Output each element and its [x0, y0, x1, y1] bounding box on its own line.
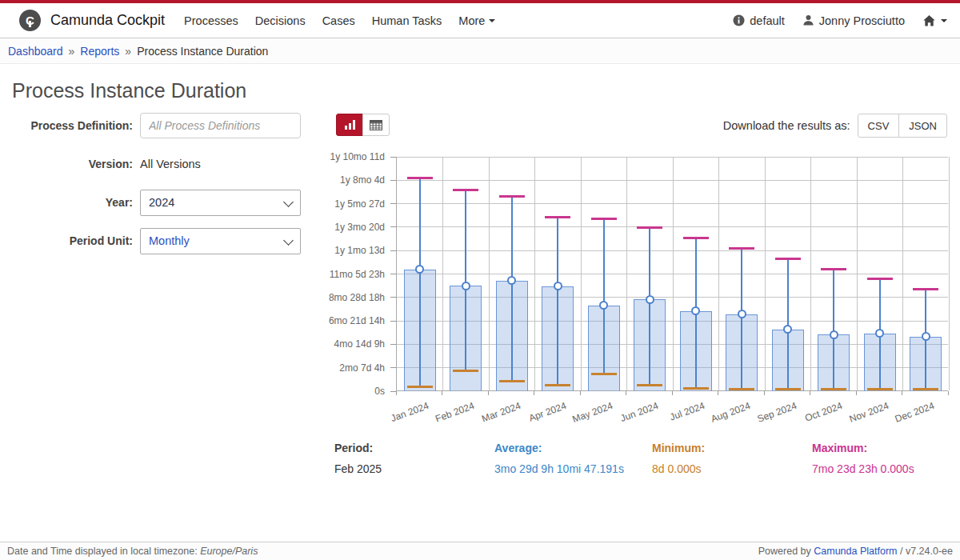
- x-axis-labels: Jan 2024Feb 2024Mar 2024Apr 2024May 2024…: [396, 394, 948, 434]
- period-label: Period:: [334, 442, 490, 454]
- gridline: [442, 157, 443, 390]
- whisker-line: [557, 217, 558, 385]
- download-area: Download the results as: CSV JSON: [723, 114, 947, 138]
- view-toggle-group: [336, 114, 390, 136]
- nav-item-more[interactable]: More: [458, 14, 495, 27]
- average-label: Average:: [494, 442, 650, 454]
- year-label: Year:: [0, 196, 140, 209]
- average-marker: [738, 310, 746, 318]
- max-cap: [545, 216, 570, 218]
- x-tick-label: Aug 2024: [710, 400, 752, 425]
- info-icon: [733, 14, 745, 26]
- gridline: [718, 157, 719, 390]
- y-tick-label: 1y 5mo 27d: [334, 198, 385, 210]
- page-title: Process Instance Duration: [12, 79, 246, 102]
- min-cap: [775, 388, 801, 390]
- engine-selector[interactable]: default: [733, 14, 785, 27]
- y-tick-mark: [390, 157, 396, 158]
- y-tick-label: 2mo 7d 4h: [339, 362, 385, 374]
- gridline: [857, 157, 858, 390]
- table-icon: [370, 120, 382, 130]
- whisker-line: [787, 258, 789, 389]
- apps-menu[interactable]: [922, 14, 947, 27]
- min-cap: [821, 388, 846, 390]
- timezone-note: Date and Time displayed in local timezon…: [7, 546, 258, 557]
- y-tick-mark: [390, 321, 396, 322]
- camunda-platform-link[interactable]: Camunda Platform: [814, 546, 897, 557]
- chevron-down-icon: [941, 19, 947, 22]
- y-tick-label: 1y 8mo 4d: [340, 174, 385, 186]
- nav-item-decisions[interactable]: Decisions: [255, 14, 306, 27]
- gridline: [626, 157, 627, 390]
- breadcrumb-link-reports[interactable]: Reports: [80, 45, 119, 58]
- period-unit-select[interactable]: Monthly: [140, 228, 301, 254]
- y-tick-mark: [390, 180, 396, 181]
- navbar: C Camunda Cockpit ProcessesDecisionsCase…: [0, 3, 960, 38]
- nav-item-processes[interactable]: Processes: [184, 14, 238, 27]
- stat-average: Average: 3mo 29d 9h 10mi 47.191s: [494, 442, 650, 475]
- max-cap: [683, 237, 709, 239]
- gridline: [810, 157, 811, 390]
- main-content: Process Instance Duration Process Defini…: [0, 64, 960, 542]
- breadcrumb-link-dashboard[interactable]: Dashboard: [8, 45, 63, 58]
- y-tick-mark: [390, 226, 396, 227]
- whisker-line: [649, 227, 650, 385]
- minimum-value: 8d 0.000s: [652, 462, 702, 475]
- year-select[interactable]: 2024: [140, 190, 301, 216]
- min-cap: [499, 380, 525, 382]
- y-tick-label: 1y 1mo 13d: [334, 245, 385, 256]
- x-tick-label: Feb 2024: [434, 400, 476, 425]
- x-tick-label: Jul 2024: [668, 400, 706, 423]
- nav-item-cases[interactable]: Cases: [322, 14, 355, 27]
- user-icon: [802, 14, 814, 26]
- x-tick-label: Jan 2024: [389, 400, 430, 424]
- max-cap: [453, 189, 478, 191]
- y-tick-label: 1y 10mo 11d: [330, 151, 386, 162]
- home-icon: [922, 14, 936, 27]
- breadcrumb-separator: »: [125, 45, 131, 58]
- process-definition-label: Process Definition:: [0, 119, 140, 132]
- table-view-button[interactable]: [362, 114, 390, 136]
- max-cap: [729, 247, 754, 250]
- x-tick-label: Nov 2024: [847, 400, 890, 425]
- user-menu[interactable]: Jonny Prosciutto: [802, 14, 905, 27]
- x-tick-label: Mar 2024: [480, 400, 522, 424]
- average-marker: [922, 332, 930, 341]
- nav-item-human-tasks[interactable]: Human Tasks: [372, 14, 442, 27]
- maximum-label: Maximum:: [812, 442, 960, 454]
- min-cap: [729, 388, 754, 390]
- gridline: [489, 157, 490, 390]
- download-csv-button[interactable]: CSV: [858, 114, 900, 138]
- maximum-value: 7mo 23d 23h 0.000s: [812, 462, 914, 475]
- min-cap: [591, 373, 617, 375]
- process-definition-input[interactable]: [140, 113, 301, 138]
- chart-view-button[interactable]: [336, 114, 363, 136]
- gridline: [949, 157, 950, 390]
- y-tick-mark: [390, 250, 396, 251]
- max-cap: [407, 177, 433, 179]
- average-marker: [554, 282, 562, 290]
- nav-menu: ProcessesDecisionsCasesHuman TasksMore: [184, 14, 495, 27]
- average-value: 3mo 29d 9h 10mi 47.191s: [494, 462, 624, 475]
- max-cap: [913, 288, 938, 290]
- gridline: [765, 157, 766, 390]
- download-json-button[interactable]: JSON: [898, 114, 947, 138]
- x-tick-label: Oct 2024: [803, 400, 844, 424]
- bar-chart-icon: [345, 120, 355, 130]
- breadcrumb: Dashboard»Reports»Process Instance Durat…: [0, 38, 960, 64]
- whisker-line: [511, 196, 513, 381]
- gridline: [534, 157, 535, 390]
- camunda-logo-icon: C: [19, 10, 41, 31]
- max-cap: [637, 226, 662, 229]
- navbar-right: default Jonny Prosciutto: [733, 14, 947, 27]
- y-tick-label: 4mo 14d 9h: [334, 338, 385, 350]
- engine-name: default: [750, 14, 785, 27]
- min-cap: [867, 388, 893, 390]
- y-tick-mark: [390, 344, 396, 345]
- breadcrumb-separator: »: [69, 45, 75, 58]
- whisker-line: [419, 178, 421, 386]
- x-tick-label: Dec 2024: [894, 400, 936, 425]
- breadcrumb-current: Process Instance Duration: [137, 45, 268, 58]
- x-tick-label: Jun 2024: [619, 400, 660, 424]
- stat-maximum: Maximum: 7mo 23d 23h 0.000s: [812, 442, 960, 475]
